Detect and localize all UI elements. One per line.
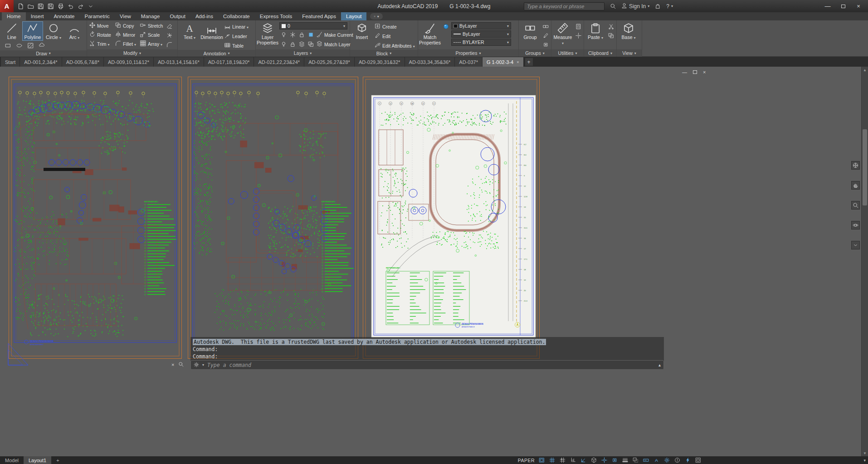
app-store-icon[interactable]	[655, 3, 661, 9]
make-current-button[interactable]: Make Current	[316, 30, 354, 39]
rotate-button[interactable]: Rotate	[88, 30, 112, 39]
zoom-icon[interactable]	[851, 201, 860, 210]
clipboard-panel-label[interactable]: Clipboard▾	[584, 49, 616, 57]
move-button[interactable]: Move	[88, 21, 112, 30]
scroll-down-icon[interactable]: ▼	[862, 450, 868, 456]
scale-button[interactable]: Scale	[139, 30, 164, 39]
array-button[interactable]: Array ▾	[139, 39, 164, 48]
fillet-button[interactable]: Fillet ▾	[114, 39, 137, 48]
layout-sheet-1[interactable]: KETERANGAN :DENAH PENANAMANAREA BASEMENT	[8, 76, 182, 359]
object-snap-tracking-icon[interactable]	[600, 457, 609, 464]
isodraft-icon[interactable]	[589, 457, 599, 464]
groups-panel-label[interactable]: Groups▾	[519, 49, 551, 57]
id-point-icon[interactable]	[574, 31, 582, 39]
new-layout-button[interactable]: +	[51, 456, 64, 464]
linear-button[interactable]: Linear ▾	[224, 22, 249, 31]
command-search-icon[interactable]	[178, 361, 184, 368]
create-block-button[interactable]: Create	[374, 22, 416, 31]
help-button[interactable]: ?▾	[666, 3, 673, 10]
lineweight-select[interactable]: ByLayer▾	[451, 30, 511, 38]
polar-tracking-icon[interactable]	[579, 457, 588, 464]
close-button[interactable]: ×	[851, 0, 866, 12]
doc-close-button[interactable]: ×	[703, 69, 706, 75]
scrollbar-thumb[interactable]	[863, 129, 867, 205]
match-properties-button[interactable]: Match Properties	[419, 21, 440, 46]
ribbon-options[interactable]: ▫▾	[370, 13, 382, 20]
object-snap-icon[interactable]	[610, 457, 619, 464]
layer-color-icon[interactable]	[307, 31, 315, 39]
layer-off-icon[interactable]	[279, 31, 288, 39]
doc-restore-button[interactable]	[693, 69, 697, 75]
recent-commands-button[interactable]: ▴	[658, 362, 661, 367]
dimension-button[interactable]: Dimension	[201, 21, 222, 41]
layout-sheet-2[interactable]: KETERANGAN :DENAH PENANAMANAREA KOLAM RE…	[187, 76, 359, 359]
copy-button[interactable]: Copy	[114, 21, 137, 30]
graphics-performance-icon[interactable]	[683, 457, 692, 464]
line-button[interactable]: Line	[1, 21, 22, 41]
layout1-tab[interactable]: Layout1	[24, 456, 51, 464]
sign-in-button[interactable]: Sign In ▾	[621, 3, 649, 10]
layers-panel-label[interactable]: Layers▾	[256, 49, 350, 57]
revision-cloud-icon[interactable]	[38, 42, 46, 50]
layer-isolate-icon[interactable]	[279, 40, 288, 49]
full-navigation-wheel-icon[interactable]	[851, 161, 860, 170]
file-tab-ad-033-34-35-36-[interactable]: AD-033,34,35&36*	[405, 57, 455, 67]
annotation-panel-label[interactable]: Annotation▾	[178, 50, 255, 57]
plot-icon[interactable]	[56, 2, 65, 11]
command-input[interactable]: Type a command	[207, 362, 655, 368]
ungroup-icon[interactable]	[541, 22, 550, 30]
utilities-panel-label[interactable]: Utilities▾	[551, 49, 584, 57]
layer-freeze-icon[interactable]	[288, 31, 297, 39]
paper-space-icon[interactable]	[537, 457, 546, 464]
lineweight-icon[interactable]	[620, 457, 630, 464]
autocad-logo-icon[interactable]: A	[0, 0, 14, 12]
drawing-canvas[interactable]: KETERANGAN :DENAH PENANAMANAREA BASEMENT…	[0, 67, 868, 456]
erase-icon[interactable]	[165, 22, 173, 30]
edit-attributes-button[interactable]: Edit Attributes ▾	[374, 41, 416, 50]
ribbon-tab-express-tools[interactable]: Express Tools	[255, 12, 297, 20]
file-tab-ad-013-14-15-16-[interactable]: AD-013,14,15&16*	[154, 57, 204, 67]
file-tab-ad-021-22-23-24-[interactable]: AD-021,22,23&24*	[254, 57, 304, 67]
ribbon-tab-annotate[interactable]: Annotate	[49, 12, 79, 20]
trim-button[interactable]: Trim ▾	[88, 39, 112, 48]
ribbon-tab-output[interactable]: Output	[165, 12, 190, 20]
ribbon-tab-insert[interactable]: Insert	[26, 12, 49, 20]
properties-panel-label[interactable]: Properties▾	[418, 49, 518, 57]
text-button[interactable]: AText ▾	[179, 21, 200, 41]
command-customize-icon[interactable]	[194, 361, 199, 369]
ribbon-tab-home[interactable]: Home	[2, 12, 26, 20]
ribbon-tab-view[interactable]: View	[115, 12, 136, 20]
measure-button[interactable]: Measure ▾	[553, 21, 573, 46]
orbit-icon[interactable]	[851, 221, 860, 230]
match-layer-button[interactable]: Match Layer	[316, 40, 351, 49]
vertical-scrollbar[interactable]: ▲ ▼	[861, 67, 868, 456]
dynamic-input-icon[interactable]	[641, 457, 651, 464]
insert-button[interactable]: Insert	[351, 21, 372, 41]
qat-menu-icon[interactable]	[86, 2, 95, 11]
group-button[interactable]: Group	[520, 21, 540, 41]
model-tab[interactable]: Model	[0, 456, 24, 464]
layer-walk-icon[interactable]	[297, 40, 306, 49]
copy-clip-icon[interactable]	[607, 31, 615, 39]
save-icon[interactable]	[36, 2, 45, 11]
file-tab-ad-009-10-11-12-[interactable]: AD-009,10,11&12*	[104, 57, 153, 67]
table-button[interactable]: Table	[224, 41, 249, 50]
undo-icon[interactable]	[66, 2, 75, 11]
layer-merge-icon[interactable]	[307, 40, 315, 49]
offset-icon[interactable]	[165, 40, 173, 49]
file-tab-start[interactable]: Start	[1, 57, 20, 67]
explode-icon[interactable]	[165, 31, 173, 39]
linetype-select[interactable]: BYLAYER▾	[451, 39, 511, 46]
ribbon-tab-add-ins[interactable]: Add-ins	[190, 12, 218, 20]
layer-properties-button[interactable]: Layer Properties	[257, 21, 278, 46]
search-input[interactable]	[524, 2, 605, 10]
cut-icon[interactable]	[607, 22, 615, 30]
doc-minimize-button[interactable]: —	[682, 69, 687, 75]
mirror-button[interactable]: Mirror	[114, 30, 137, 39]
ribbon-tab-manage[interactable]: Manage	[136, 12, 165, 20]
tab-close-icon[interactable]: ×	[517, 60, 519, 64]
save-as-icon[interactable]	[46, 2, 55, 11]
group-selection-icon[interactable]	[541, 40, 550, 49]
file-tab-ad-029-30-31-32-[interactable]: AD-029,30,31&32*	[355, 57, 405, 67]
grid-icon[interactable]	[547, 457, 557, 464]
